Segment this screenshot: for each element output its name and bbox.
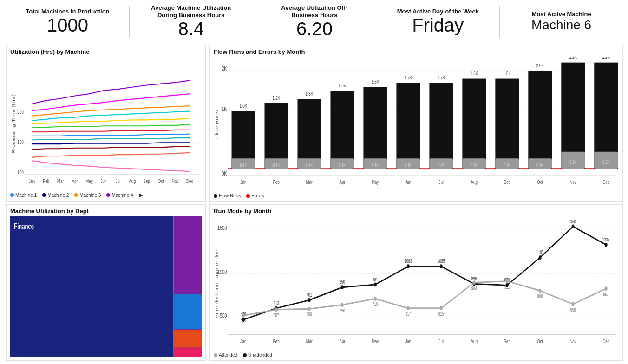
- svg-text:1083: 1083: [405, 259, 412, 264]
- dept-chart-title: Machine Utilization by Dept: [10, 208, 202, 214]
- svg-text:808: 808: [537, 294, 543, 299]
- svg-text:1500: 1500: [217, 225, 227, 231]
- svg-text:0K: 0K: [222, 170, 227, 176]
- svg-text:Aug: Aug: [129, 178, 136, 184]
- treemap-svg: Finance: [10, 216, 202, 358]
- kpi-avg-biz-label: Average Machine Utilization During Busin…: [144, 4, 237, 19]
- svg-text:150: 150: [17, 139, 24, 145]
- legend-errors: Errors: [246, 193, 264, 198]
- svg-text:1.0K: 1.0K: [240, 103, 248, 109]
- svg-text:Mar: Mar: [57, 178, 64, 184]
- flowruns-legend: Flow Runs Errors: [214, 193, 619, 198]
- kpi-total-machines: Total Machines In Production 1000: [6, 8, 129, 36]
- svg-text:0.1K: 0.1K: [372, 163, 379, 169]
- svg-text:Attended and Unattended: Attended and Unattended: [215, 249, 219, 318]
- bar-sep: [495, 79, 519, 169]
- svg-text:863: 863: [603, 292, 609, 297]
- svg-text:1.5K: 1.5K: [338, 83, 346, 89]
- utilization-chart-title: Utilization (Hrs) by Machine: [10, 48, 202, 55]
- machine2-dot: [42, 193, 46, 197]
- attended-dot-jul: [440, 306, 443, 311]
- more-machines-arrow[interactable]: ▶: [139, 192, 143, 198]
- unattended-dot-apr: [341, 285, 344, 289]
- svg-text:Jul: Jul: [439, 179, 444, 185]
- attended-dot-nov: [572, 302, 575, 306]
- svg-text:0.1K: 0.1K: [504, 163, 510, 169]
- utilization-chart-area: Processing Time (Hrs) 100 150 200 Jan: [10, 57, 202, 191]
- svg-text:1337: 1337: [602, 237, 610, 243]
- svg-text:0.1K: 0.1K: [339, 163, 346, 169]
- kpi-total-machines-label: Total Machines In Production: [26, 8, 109, 15]
- svg-text:Sep: Sep: [143, 178, 150, 184]
- svg-text:1085: 1085: [438, 259, 445, 264]
- svg-text:1.8K: 1.8K: [470, 71, 478, 77]
- svg-text:Jun: Jun: [100, 178, 106, 184]
- bar-jul: [429, 83, 453, 169]
- bar-mar: [297, 99, 321, 169]
- runmode-svg: 1500 1000 500 Attended and Unattended Ja…: [214, 216, 619, 351]
- machine4-label: Machine 4: [111, 193, 133, 198]
- unattended-dot-jul: [440, 264, 443, 268]
- svg-text:Jul: Jul: [439, 338, 444, 344]
- svg-text:587: 587: [274, 313, 279, 318]
- kpi-avg-offbiz-label: Average Utilization Off-Business Hours: [268, 4, 361, 19]
- machine3-label: Machine 3: [79, 193, 101, 198]
- svg-text:Dec: Dec: [602, 179, 609, 185]
- svg-text:0.1K: 0.1K: [273, 163, 280, 169]
- attended-dot-apr: [341, 303, 344, 307]
- machine3-dot: [74, 193, 78, 197]
- bar-jun: [396, 83, 420, 169]
- kpi-most-active-machine-value: Machine 6: [531, 18, 591, 32]
- svg-text:Jan: Jan: [240, 338, 246, 344]
- svg-text:Processing Time (Hrs): Processing Time (Hrs): [11, 94, 16, 154]
- unattended-dot-jun: [407, 264, 410, 268]
- attended-label: Attended: [219, 352, 237, 358]
- kpi-avg-biz: Average Machine Utilization During Busin…: [130, 4, 253, 39]
- svg-text:617: 617: [406, 312, 411, 317]
- attended-dot-jun: [407, 306, 410, 311]
- bar-may: [363, 87, 387, 169]
- attended-dot-feb: [275, 307, 278, 312]
- legend-flowruns: Flow Runs: [214, 193, 241, 198]
- svg-text:May: May: [372, 179, 379, 185]
- svg-text:500: 500: [220, 312, 227, 319]
- flowruns-dot: [214, 194, 217, 198]
- svg-text:Mar: Mar: [306, 179, 313, 185]
- svg-text:Jan: Jan: [29, 178, 35, 184]
- bar-apr: [330, 91, 354, 169]
- attended-dot-jan: [242, 314, 245, 318]
- machine1-label: Machine 1: [15, 193, 37, 198]
- svg-text:615: 615: [438, 312, 444, 317]
- bar-aug: [462, 79, 486, 169]
- svg-text:Flow Runs: Flow Runs: [215, 110, 219, 139]
- svg-text:Dec: Dec: [602, 338, 609, 344]
- unattended-dot-nov: [572, 225, 575, 229]
- svg-text:Aug: Aug: [471, 179, 478, 185]
- svg-text:Apr: Apr: [340, 338, 346, 344]
- svg-text:200: 200: [17, 109, 24, 115]
- runmode-legend: Attended Unattended: [214, 352, 619, 358]
- svg-text:650: 650: [340, 308, 345, 313]
- utilization-legend: Machine 1 Machine 2 Machine 3 Machine 4: [10, 192, 202, 198]
- svg-text:0.1K: 0.1K: [306, 163, 313, 169]
- svg-text:0.2K: 0.2K: [569, 160, 576, 165]
- flowruns-chart-title: Flow Runs and Errors by Month: [214, 48, 619, 55]
- unattended-dot-mar: [308, 298, 311, 302]
- svg-text:Dec: Dec: [186, 178, 193, 184]
- kpi-avg-offbiz-value: 6.20: [296, 19, 333, 39]
- svg-text:Aug: Aug: [471, 338, 478, 344]
- svg-text:May: May: [85, 178, 93, 184]
- svg-text:Jul: Jul: [115, 178, 120, 184]
- dashboard: Total Machines In Production 1000 Averag…: [0, 0, 628, 364]
- blue-rect: [173, 294, 202, 329]
- svg-text:599: 599: [307, 312, 312, 318]
- unattended-dot-legend: [243, 353, 247, 357]
- svg-text:Nov: Nov: [569, 179, 576, 185]
- svg-text:Sep: Sep: [504, 179, 510, 185]
- orange-rect: [173, 330, 202, 348]
- svg-text:0.1K: 0.1K: [240, 163, 247, 169]
- svg-text:2K: 2K: [222, 65, 227, 72]
- finance-rect: [10, 216, 173, 358]
- svg-text:1.7K: 1.7K: [404, 75, 412, 81]
- svg-text:719: 719: [373, 302, 378, 307]
